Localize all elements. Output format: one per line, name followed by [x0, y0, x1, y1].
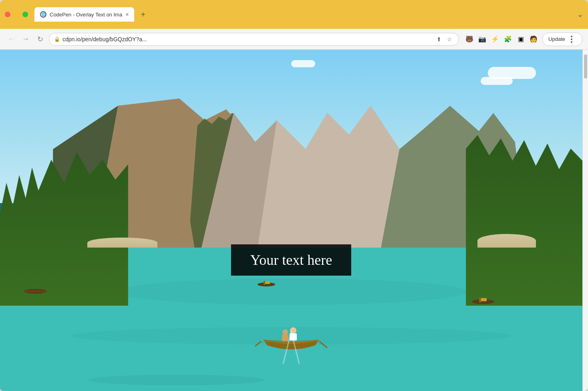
close-button[interactable] — [5, 12, 10, 17]
boat-wake — [279, 332, 303, 364]
bear-extension-icon[interactable]: 🐻 — [464, 34, 475, 45]
boat-mid — [256, 279, 276, 288]
forest-right — [466, 135, 582, 306]
svg-rect-18 — [481, 298, 487, 301]
tab-title: CodePen - Overlay Text on Ima — [50, 12, 122, 18]
camera-extension-icon[interactable]: 📷 — [477, 34, 488, 45]
update-button[interactable]: Update — [542, 32, 582, 46]
svg-rect-17 — [479, 298, 481, 302]
back-button[interactable]: ← — [6, 34, 17, 45]
tab-bar: 🌐 CodePen - Overlay Text on Ima × + ⌄ — [34, 7, 583, 22]
overlay-text: Your text here — [250, 252, 332, 268]
sidebar-extension-icon[interactable]: ▣ — [515, 34, 526, 45]
svg-point-8 — [115, 278, 467, 305]
share-icon[interactable]: ⬆ — [435, 35, 443, 44]
address-text: cdpn.io/pen/debug/bGQzdOY?a... — [62, 36, 432, 42]
overlay-text-container: Your text here — [231, 244, 351, 276]
vpn-extension-icon[interactable]: ⚡ — [489, 34, 501, 45]
maximize-button[interactable] — [22, 12, 28, 17]
svg-rect-14 — [264, 281, 265, 285]
puzzle-extension-icon[interactable]: 🧩 — [502, 34, 513, 45]
title-bar: 🌐 CodePen - Overlay Text on Ima × + ⌄ — [0, 0, 588, 29]
minimize-button[interactable] — [14, 12, 19, 17]
traffic-lights — [5, 12, 28, 17]
nav-bar: ← → ↻ 🔒 cdpn.io/pen/debug/bGQzdOY?a... ⬆… — [0, 29, 588, 50]
svg-line-21 — [255, 341, 261, 349]
browser-window: 🌐 CodePen - Overlay Text on Ima × + ⌄ ← … — [0, 0, 588, 391]
boat-right — [471, 295, 495, 306]
svg-rect-15 — [265, 281, 270, 284]
boat-top-left — [23, 286, 47, 295]
image-container: Your text here — [0, 50, 582, 391]
tab-close-button[interactable]: × — [125, 11, 129, 18]
svg-line-23 — [319, 341, 327, 349]
browser-tab[interactable]: 🌐 CodePen - Overlay Text on Ima × — [34, 7, 134, 22]
page-content: Your text here — [0, 50, 582, 391]
scroll-thumb[interactable] — [584, 54, 587, 79]
new-tab-button[interactable]: + — [137, 9, 149, 20]
more-options-button[interactable] — [567, 34, 576, 44]
cloud-3 — [291, 60, 315, 67]
shore-left — [87, 238, 157, 248]
user-extension-icon[interactable]: 🧑 — [528, 34, 539, 45]
address-bar[interactable]: 🔒 cdpn.io/pen/debug/bGQzdOY?a... ⬆ ☆ — [49, 33, 459, 46]
content-area: Your text here — [0, 50, 588, 391]
lock-icon: 🔒 — [54, 36, 60, 42]
reload-button[interactable]: ↻ — [34, 34, 46, 45]
scrollbar[interactable] — [582, 50, 588, 391]
bookmark-icon[interactable]: ☆ — [445, 35, 454, 44]
forward-button[interactable]: → — [20, 34, 31, 45]
tab-dropdown-button[interactable]: ⌄ — [577, 10, 583, 19]
address-actions: ⬆ ☆ — [435, 35, 454, 44]
browser-extensions: 🐻 📷 ⚡ 🧩 ▣ 🧑 — [464, 34, 539, 45]
globe-icon: 🌐 — [40, 11, 46, 18]
svg-point-10 — [88, 375, 265, 385]
shore-right — [477, 234, 536, 248]
